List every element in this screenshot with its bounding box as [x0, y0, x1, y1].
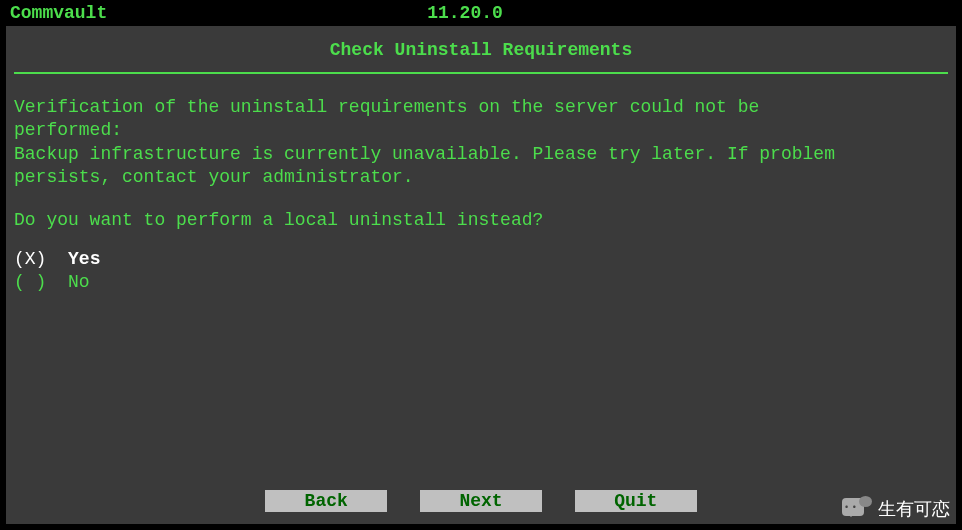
- option-yes-label: Yes: [68, 249, 100, 269]
- radio-marker-yes: (X): [14, 249, 46, 269]
- button-row: Back Next Quit: [6, 490, 956, 512]
- app-name: Commvault: [10, 3, 107, 23]
- option-no[interactable]: ( ) No: [14, 271, 948, 294]
- app-version: 11.20.0: [427, 3, 503, 23]
- prompt-question: Do you want to perform a local uninstall…: [14, 210, 948, 230]
- main-panel: Check Uninstall Requirements Verificatio…: [6, 26, 956, 524]
- header-bar: Commvault 11.20.0: [0, 0, 962, 26]
- next-button[interactable]: Next: [420, 490, 542, 512]
- radio-marker-no: ( ): [14, 272, 46, 292]
- divider: [14, 72, 948, 74]
- quit-button[interactable]: Quit: [575, 490, 697, 512]
- page-title: Check Uninstall Requirements: [14, 40, 948, 60]
- option-no-label: No: [68, 272, 90, 292]
- back-button[interactable]: Back: [265, 490, 387, 512]
- message-text: Verification of the uninstall requiremen…: [14, 96, 948, 190]
- option-yes[interactable]: (X) Yes: [14, 248, 948, 271]
